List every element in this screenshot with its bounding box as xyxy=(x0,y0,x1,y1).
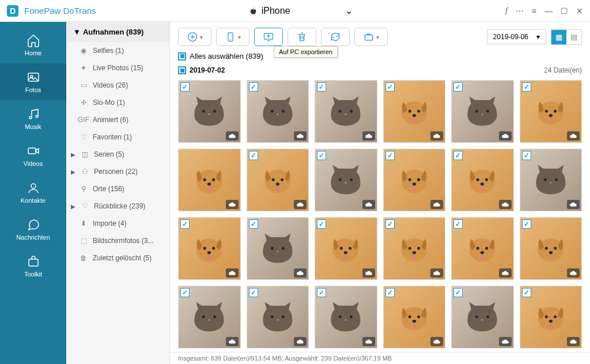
photo-thumbnail[interactable]: ✓ xyxy=(383,80,446,143)
photo-thumbnail[interactable]: ✓ xyxy=(247,80,309,143)
export-pc-button[interactable] xyxy=(254,28,283,46)
category-item[interactable]: GIFAnimiert (6) xyxy=(66,111,169,128)
thumbnail-checkbox[interactable]: ✓ xyxy=(317,288,326,297)
thumbnail-checkbox[interactable]: ✓ xyxy=(317,82,326,92)
photo-thumbnail[interactable]: ✓ xyxy=(247,217,309,280)
photo-thumbnail[interactable]: ✓ xyxy=(247,149,309,211)
date-picker[interactable]: 2019-09-06▾ xyxy=(487,29,546,44)
sidebar-item-nachrichten[interactable]: Nachrichten xyxy=(0,211,66,248)
category-item[interactable]: ✢Slo-Mo (1) xyxy=(66,94,169,111)
svg-point-20 xyxy=(413,114,416,117)
thumbnail-checkbox[interactable]: ✓ xyxy=(522,151,531,160)
photo-thumbnail[interactable]: ✓ xyxy=(315,286,377,348)
thumbnail-checkbox[interactable]: ✓ xyxy=(385,288,395,297)
photo-thumbnail[interactable]: ✓ xyxy=(178,217,241,280)
category-item[interactable]: ⬚Bildschirmfotos (3... xyxy=(66,232,169,249)
thumbnail-checkbox[interactable]: ✓ xyxy=(453,219,463,229)
photo-thumbnail[interactable]: ✓ xyxy=(315,217,377,280)
thumbnail-checkbox[interactable]: ✓ xyxy=(317,219,326,229)
category-header[interactable]: ▼ Aufnahmen (839) xyxy=(66,22,169,42)
chevron-down-icon: ▾ xyxy=(238,34,241,40)
menu-icon[interactable]: ≡ xyxy=(532,6,536,16)
photo-thumbnail[interactable]: ✓ xyxy=(451,149,514,211)
photo-thumbnail[interactable]: ✓ xyxy=(520,149,583,211)
refresh-button[interactable] xyxy=(321,28,350,46)
thumbnail-checkbox[interactable]: ✓ xyxy=(180,288,190,297)
category-item[interactable]: ▶♡Rückblicke (239) xyxy=(66,198,169,215)
list-view-button[interactable]: ▤ xyxy=(566,30,581,44)
category-item[interactable]: ⬇Importe (4) xyxy=(66,215,169,232)
photo-thumbnail[interactable]: ✓ xyxy=(315,149,377,211)
category-item[interactable]: 🗑Zuletzt gelöscht (5) xyxy=(66,249,169,267)
photo-thumbnail[interactable]: ✓ xyxy=(520,217,583,280)
category-item[interactable]: ✦Live Photos (15) xyxy=(66,59,169,77)
thumbnail-checkbox[interactable]: ✓ xyxy=(522,219,531,229)
thumbnail-checkbox[interactable]: ✓ xyxy=(385,219,395,229)
facebook-icon[interactable]: f xyxy=(505,6,508,16)
photo-thumbnail[interactable]: ✓ xyxy=(383,286,446,348)
thumbnail-checkbox[interactable]: ✓ xyxy=(385,151,395,160)
photo-thumbnail[interactable]: ✓ xyxy=(383,149,446,211)
thumbnail-checkbox[interactable]: ✓ xyxy=(453,288,463,297)
category-item[interactable]: ◉Selfies (1) xyxy=(66,42,169,59)
device-selector[interactable]: iPhone ⌄ xyxy=(243,3,358,18)
close-icon[interactable]: ✕ xyxy=(576,6,583,16)
grid-view-button[interactable]: ▦ xyxy=(551,30,566,44)
minimize-icon[interactable]: — xyxy=(544,6,553,16)
thumbnail-checkbox[interactable]: ✓ xyxy=(249,82,258,92)
photo-thumbnail[interactable]: ✓ xyxy=(451,217,514,280)
group-checkbox[interactable] xyxy=(178,66,186,74)
thumbnail-checkbox[interactable]: ✓ xyxy=(180,82,190,92)
thumbnail-checkbox[interactable]: ✓ xyxy=(453,82,463,92)
select-all-checkbox[interactable] xyxy=(178,52,186,60)
category-item[interactable]: ♡Favoriten (1) xyxy=(66,128,169,146)
thumbnail-checkbox[interactable]: ✓ xyxy=(522,82,531,92)
group-header[interactable]: 2019-07-02 24 Datei(en) xyxy=(170,64,590,77)
thumbnail-checkbox[interactable]: ✓ xyxy=(385,82,395,92)
photo-thumbnail[interactable]: ✓ xyxy=(315,80,377,143)
category-item[interactable]: ▭Videos (26) xyxy=(66,77,169,94)
photo-thumbnail[interactable]: ✓ xyxy=(451,286,514,348)
category-item[interactable]: ▶◫Serien (5) xyxy=(66,146,169,163)
to-device-button[interactable]: ▾ xyxy=(216,28,249,46)
select-all-row[interactable]: Alles auswählen (839) xyxy=(170,52,590,64)
category-item[interactable]: ⚲Orte (156) xyxy=(66,180,169,198)
category-item[interactable]: ▶⚇Personen (22) xyxy=(66,163,169,180)
category-label: Personen (22) xyxy=(94,168,138,176)
thumbnail-checkbox[interactable]: ✓ xyxy=(453,151,463,160)
thumbnail-checkbox[interactable]: ✓ xyxy=(249,288,258,297)
expand-arrow-icon: ▶ xyxy=(71,203,75,210)
sidebar-item-kontakte[interactable]: Kontakte xyxy=(0,174,66,211)
thumbnail-checkbox[interactable]: ✓ xyxy=(249,151,258,160)
photo-thumbnail[interactable]: ✓ xyxy=(520,80,583,143)
toolbar: ▾ ▾ ▾ Auf PC exportieren 2019-09-06▾ ▦ ▤ xyxy=(170,22,590,52)
home-icon xyxy=(27,33,40,47)
toolbox-button[interactable]: ▾ xyxy=(354,28,388,46)
chevron-down-icon: ▾ xyxy=(376,34,379,40)
delete-button[interactable] xyxy=(288,28,316,46)
photo-thumbnail[interactable]: ✓ xyxy=(178,286,241,348)
photo-thumbnail[interactable]: ✓ xyxy=(178,80,241,143)
thumbnail-checkbox[interactable]: ✓ xyxy=(522,288,531,297)
sidebar-item-musik[interactable]: Musik xyxy=(0,100,66,137)
sidebar-item-toolkit[interactable]: Toolkit xyxy=(0,248,66,285)
thumbnail-checkbox[interactable]: ✓ xyxy=(317,151,326,160)
messages-icon xyxy=(27,218,40,232)
add-button[interactable]: ▾ xyxy=(178,28,211,46)
sidebar-item-home[interactable]: Home xyxy=(0,26,66,63)
category-icon: ♡ xyxy=(79,133,88,141)
cloud-icon xyxy=(226,268,239,278)
photo-thumbnail[interactable] xyxy=(178,149,241,211)
sidebar-item-videos[interactable]: Videos xyxy=(0,137,66,174)
maximize-icon[interactable]: ☐ xyxy=(561,6,568,16)
thumbnail-checkbox[interactable]: ✓ xyxy=(180,219,190,229)
feedback-icon[interactable]: ⋯ xyxy=(516,6,524,16)
photo-thumbnail[interactable]: ✓ xyxy=(520,286,583,348)
photo-thumbnail[interactable]: ✓ xyxy=(383,217,446,280)
sidebar-item-label: Fotos xyxy=(25,86,41,93)
cloud-icon xyxy=(499,200,512,209)
photo-thumbnail[interactable]: ✓ xyxy=(451,80,514,143)
photo-thumbnail[interactable]: ✓ xyxy=(247,286,309,348)
sidebar-item-fotos[interactable]: Fotos xyxy=(0,63,66,100)
thumbnail-checkbox[interactable]: ✓ xyxy=(249,219,258,229)
